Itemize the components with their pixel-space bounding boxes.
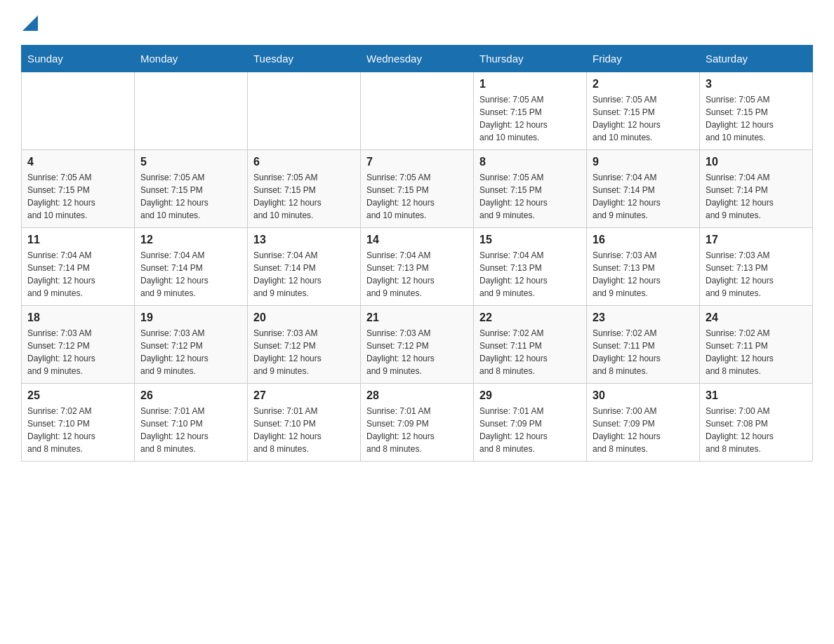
- day-number: 27: [253, 389, 355, 402]
- day-number: 4: [27, 156, 128, 168]
- logo-triangle-icon: [22, 15, 38, 31]
- logo: [21, 14, 38, 31]
- day-number: 29: [479, 389, 581, 402]
- day-number: 1: [479, 78, 581, 90]
- calendar-cell: 16Sunrise: 7:03 AM Sunset: 7:13 PM Dayli…: [587, 228, 700, 306]
- day-info: Sunrise: 7:01 AM Sunset: 7:09 PM Dayligh…: [366, 405, 468, 455]
- day-number: 15: [479, 234, 581, 246]
- header-cell-monday: Monday: [135, 46, 248, 72]
- day-info: Sunrise: 7:03 AM Sunset: 7:13 PM Dayligh…: [593, 249, 694, 300]
- calendar-cell: 24Sunrise: 7:02 AM Sunset: 7:11 PM Dayli…: [700, 306, 813, 384]
- day-info: Sunrise: 7:04 AM Sunset: 7:14 PM Dayligh…: [706, 171, 807, 222]
- calendar-cell: 25Sunrise: 7:02 AM Sunset: 7:10 PM Dayli…: [22, 384, 135, 462]
- calendar-week-5: 25Sunrise: 7:02 AM Sunset: 7:10 PM Dayli…: [22, 384, 813, 462]
- calendar-cell: [135, 72, 248, 150]
- day-number: 2: [593, 78, 694, 90]
- day-info: Sunrise: 7:02 AM Sunset: 7:10 PM Dayligh…: [27, 405, 128, 455]
- page-header: [21, 14, 813, 31]
- header-cell-friday: Friday: [587, 46, 700, 72]
- calendar-body: 1Sunrise: 7:05 AM Sunset: 7:15 PM Daylig…: [22, 72, 813, 462]
- day-number: 16: [593, 234, 694, 246]
- calendar-cell: [361, 72, 474, 150]
- day-number: 14: [366, 234, 468, 246]
- day-number: 13: [253, 234, 355, 246]
- calendar-cell: 8Sunrise: 7:05 AM Sunset: 7:15 PM Daylig…: [474, 150, 587, 228]
- header-cell-thursday: Thursday: [474, 46, 587, 72]
- day-number: 28: [366, 389, 468, 402]
- calendar-cell: 6Sunrise: 7:05 AM Sunset: 7:15 PM Daylig…: [248, 150, 361, 228]
- day-number: 31: [706, 389, 807, 402]
- calendar-cell: 4Sunrise: 7:05 AM Sunset: 7:15 PM Daylig…: [22, 150, 135, 228]
- calendar-cell: 18Sunrise: 7:03 AM Sunset: 7:12 PM Dayli…: [22, 306, 135, 384]
- calendar-cell: 30Sunrise: 7:00 AM Sunset: 7:09 PM Dayli…: [587, 384, 700, 462]
- calendar-cell: 27Sunrise: 7:01 AM Sunset: 7:10 PM Dayli…: [248, 384, 361, 462]
- day-number: 21: [366, 311, 468, 324]
- day-info: Sunrise: 7:02 AM Sunset: 7:11 PM Dayligh…: [593, 327, 694, 377]
- header-cell-sunday: Sunday: [22, 46, 135, 72]
- day-info: Sunrise: 7:05 AM Sunset: 7:15 PM Dayligh…: [366, 171, 468, 222]
- day-info: Sunrise: 7:03 AM Sunset: 7:12 PM Dayligh…: [366, 327, 468, 377]
- day-info: Sunrise: 7:02 AM Sunset: 7:11 PM Dayligh…: [479, 327, 581, 377]
- calendar-cell: 12Sunrise: 7:04 AM Sunset: 7:14 PM Dayli…: [135, 228, 248, 306]
- day-info: Sunrise: 7:05 AM Sunset: 7:15 PM Dayligh…: [593, 93, 694, 144]
- day-number: 22: [479, 311, 581, 324]
- day-number: 6: [253, 156, 355, 168]
- header-cell-tuesday: Tuesday: [248, 46, 361, 72]
- calendar-header: SundayMondayTuesdayWednesdayThursdayFrid…: [22, 46, 813, 72]
- day-info: Sunrise: 7:04 AM Sunset: 7:13 PM Dayligh…: [479, 249, 581, 300]
- day-info: Sunrise: 7:04 AM Sunset: 7:14 PM Dayligh…: [253, 249, 355, 300]
- day-info: Sunrise: 7:04 AM Sunset: 7:14 PM Dayligh…: [27, 249, 128, 300]
- day-number: 19: [140, 311, 241, 324]
- calendar-cell: 7Sunrise: 7:05 AM Sunset: 7:15 PM Daylig…: [361, 150, 474, 228]
- day-info: Sunrise: 7:04 AM Sunset: 7:13 PM Dayligh…: [366, 249, 468, 300]
- day-number: 25: [27, 389, 128, 402]
- day-info: Sunrise: 7:01 AM Sunset: 7:09 PM Dayligh…: [479, 405, 581, 455]
- day-info: Sunrise: 7:02 AM Sunset: 7:11 PM Dayligh…: [706, 327, 807, 377]
- calendar-cell: 29Sunrise: 7:01 AM Sunset: 7:09 PM Dayli…: [474, 384, 587, 462]
- day-number: 24: [706, 311, 807, 324]
- calendar-cell: 17Sunrise: 7:03 AM Sunset: 7:13 PM Dayli…: [700, 228, 813, 306]
- calendar-cell: 19Sunrise: 7:03 AM Sunset: 7:12 PM Dayli…: [135, 306, 248, 384]
- day-number: 10: [706, 156, 807, 168]
- calendar-cell: 3Sunrise: 7:05 AM Sunset: 7:15 PM Daylig…: [700, 72, 813, 150]
- calendar-cell: 10Sunrise: 7:04 AM Sunset: 7:14 PM Dayli…: [700, 150, 813, 228]
- calendar-cell: 5Sunrise: 7:05 AM Sunset: 7:15 PM Daylig…: [135, 150, 248, 228]
- calendar-table: SundayMondayTuesdayWednesdayThursdayFrid…: [21, 45, 813, 462]
- calendar-week-2: 4Sunrise: 7:05 AM Sunset: 7:15 PM Daylig…: [22, 150, 813, 228]
- day-number: 11: [27, 234, 128, 246]
- day-info: Sunrise: 7:05 AM Sunset: 7:15 PM Dayligh…: [27, 171, 128, 222]
- day-info: Sunrise: 7:03 AM Sunset: 7:12 PM Dayligh…: [253, 327, 355, 377]
- header-cell-saturday: Saturday: [700, 46, 813, 72]
- day-number: 5: [140, 156, 241, 168]
- day-number: 8: [479, 156, 581, 168]
- day-number: 12: [140, 234, 241, 246]
- calendar-week-1: 1Sunrise: 7:05 AM Sunset: 7:15 PM Daylig…: [22, 72, 813, 150]
- day-info: Sunrise: 7:03 AM Sunset: 7:12 PM Dayligh…: [27, 327, 128, 377]
- day-info: Sunrise: 7:05 AM Sunset: 7:15 PM Dayligh…: [479, 171, 581, 222]
- day-info: Sunrise: 7:03 AM Sunset: 7:13 PM Dayligh…: [706, 249, 807, 300]
- calendar-cell: 1Sunrise: 7:05 AM Sunset: 7:15 PM Daylig…: [474, 72, 587, 150]
- day-number: 18: [27, 311, 128, 324]
- day-number: 17: [706, 234, 807, 246]
- calendar-cell: 28Sunrise: 7:01 AM Sunset: 7:09 PM Dayli…: [361, 384, 474, 462]
- calendar-cell: [22, 72, 135, 150]
- calendar-cell: 31Sunrise: 7:00 AM Sunset: 7:08 PM Dayli…: [700, 384, 813, 462]
- day-info: Sunrise: 7:04 AM Sunset: 7:14 PM Dayligh…: [140, 249, 241, 300]
- calendar-cell: 26Sunrise: 7:01 AM Sunset: 7:10 PM Dayli…: [135, 384, 248, 462]
- svg-marker-0: [22, 15, 38, 31]
- day-number: 7: [366, 156, 468, 168]
- day-number: 23: [593, 311, 694, 324]
- day-info: Sunrise: 7:00 AM Sunset: 7:09 PM Dayligh…: [593, 405, 694, 455]
- header-cell-wednesday: Wednesday: [361, 46, 474, 72]
- day-number: 9: [593, 156, 694, 168]
- calendar-cell: [248, 72, 361, 150]
- calendar-cell: 13Sunrise: 7:04 AM Sunset: 7:14 PM Dayli…: [248, 228, 361, 306]
- calendar-cell: 20Sunrise: 7:03 AM Sunset: 7:12 PM Dayli…: [248, 306, 361, 384]
- calendar-cell: 14Sunrise: 7:04 AM Sunset: 7:13 PM Dayli…: [361, 228, 474, 306]
- day-info: Sunrise: 7:05 AM Sunset: 7:15 PM Dayligh…: [706, 93, 807, 144]
- day-info: Sunrise: 7:00 AM Sunset: 7:08 PM Dayligh…: [706, 405, 807, 455]
- calendar-cell: 21Sunrise: 7:03 AM Sunset: 7:12 PM Dayli…: [361, 306, 474, 384]
- calendar-cell: 23Sunrise: 7:02 AM Sunset: 7:11 PM Dayli…: [587, 306, 700, 384]
- day-info: Sunrise: 7:03 AM Sunset: 7:12 PM Dayligh…: [140, 327, 241, 377]
- day-info: Sunrise: 7:05 AM Sunset: 7:15 PM Dayligh…: [253, 171, 355, 222]
